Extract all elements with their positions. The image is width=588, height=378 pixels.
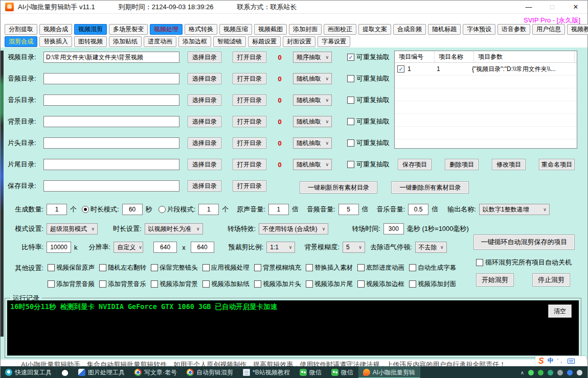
taskbar-item-微信[interactable]: 微信 <box>295 366 327 378</box>
orig-volume-input[interactable] <box>268 204 289 215</box>
open-dir-button[interactable]: 打开目录 <box>233 180 266 192</box>
tab-随机标题[interactable]: 随机标题 <box>428 24 461 35</box>
input-language-icon[interactable]: 中 <box>548 357 554 365</box>
taskbar-item-panda[interactable] <box>57 366 74 378</box>
dir-path-input[interactable] <box>43 116 179 127</box>
option-视频添加片头[interactable]: 视频添加片头 <box>254 280 306 289</box>
select-dir-button[interactable]: 选择目录 <box>188 73 221 84</box>
keyboard-icon[interactable] <box>568 359 575 364</box>
project-table[interactable]: 项目编号项目名称项目参数 ✓11{"视频目录":"D:\\常用文件夹\\... <box>394 51 577 149</box>
option-随机左右翻转[interactable]: 随机左右翻转 <box>99 264 151 272</box>
tab-画面校正[interactable]: 画面校正 <box>324 24 356 35</box>
tray-icon-3[interactable] <box>548 370 553 375</box>
mode-select[interactable]: 超级混剪模式 ∨ <box>47 223 98 234</box>
subtab-图转视频[interactable]: 图转视频 <box>74 36 107 47</box>
option-视频添加封面[interactable]: 视频添加封面 <box>409 280 461 289</box>
option-替换插入素材[interactable]: 替换插入素材 <box>306 264 357 272</box>
audio-volume-input[interactable] <box>338 204 359 215</box>
tab-格式转换[interactable]: 格式转换 <box>185 24 217 35</box>
column-header-2[interactable]: 项目名称 <box>435 51 474 62</box>
pause-remove-select[interactable]: 不去除 ∨ <box>415 242 447 253</box>
repeat-extract-checkbox[interactable]: 可重复抽取 <box>347 96 390 105</box>
column-header-3[interactable]: 项目参数 <box>474 51 575 62</box>
taskbar-item-写文章·老号[interactable]: 写文章·老号 <box>130 366 182 378</box>
repeat-extract-checkbox[interactable]: 可重复抽取 <box>347 138 390 148</box>
segment-input[interactable] <box>198 204 219 215</box>
save-project-button[interactable]: 保存项目 <box>398 159 432 170</box>
punctuation-icon[interactable]: ’， <box>557 357 564 365</box>
tab-字体预设[interactable]: 字体预设 <box>463 24 495 35</box>
transition-select[interactable]: 不使用转场 (合成快) ∨ <box>259 223 328 234</box>
duration-set-select[interactable]: 以视频时长为准 ∨ <box>145 223 203 234</box>
tab-视频截图[interactable]: 视频截图 <box>254 24 287 35</box>
sogou-input-bar[interactable]: S 中 ’， <box>535 356 586 366</box>
blur-select[interactable]: 5 ∨ <box>343 242 365 253</box>
shutdown-option[interactable]: 循环混剪完所有项目自动关机 <box>476 258 572 267</box>
open-dir-button[interactable]: 打开目录 <box>233 116 266 127</box>
delete-all-materials-button[interactable]: 一键删除所有素材目录 <box>391 181 469 194</box>
gen-count-input[interactable] <box>47 204 67 215</box>
open-dir-button[interactable]: 打开目录 <box>233 94 266 106</box>
width-input[interactable] <box>153 242 177 253</box>
tray-icon-2[interactable] <box>538 370 544 375</box>
output-name-select[interactable]: 以数字1整数递增 ∨ <box>479 204 550 215</box>
tray-icon-1[interactable] <box>528 370 534 375</box>
minimize-button[interactable]: — <box>517 1 540 13</box>
option-视频保留原声[interactable]: 视频保留原声 <box>48 264 99 272</box>
repeat-extract-checkbox[interactable]: 可重复抽取 <box>347 74 390 83</box>
subtab-替换插入[interactable]: 替换插入 <box>39 36 72 47</box>
repeat-extract-checkbox[interactable]: 可重复抽取 <box>347 117 390 126</box>
clear-log-button[interactable]: 清空 <box>548 304 572 318</box>
start-mix-button[interactable]: 开始混剪 <box>476 273 514 287</box>
select-dir-button[interactable]: 选择目录 <box>188 159 221 170</box>
select-dir-button[interactable]: 选择目录 <box>188 116 221 127</box>
column-header-1[interactable]: 项目编号 <box>395 51 435 62</box>
select-dir-button[interactable]: 选择目录 <box>188 94 221 106</box>
select-dir-button[interactable]: 选择目录 <box>188 180 221 192</box>
sogou-logo-icon[interactable]: S <box>538 357 544 365</box>
tab-多场景裂变[interactable]: 多场景裂变 <box>109 24 148 35</box>
option-视频添加片尾[interactable]: 视频添加片尾 <box>306 280 357 289</box>
dir-path-input[interactable] <box>43 94 179 106</box>
option-添加背景音乐[interactable]: 添加背景音乐 <box>99 280 151 289</box>
subtab-进度动画[interactable]: 进度动画 <box>144 36 176 47</box>
option-应用视频处理[interactable]: 应用视频处理 <box>202 264 254 272</box>
extract-mode-select[interactable]: 随机抽取∨ <box>293 94 332 106</box>
tab-添加封面[interactable]: 添加封面 <box>289 24 322 35</box>
tab-合成音频[interactable]: 合成音频 <box>393 24 426 35</box>
taskbar-item-自动剪辑混剪[interactable]: 自动剪辑混剪 <box>182 366 238 378</box>
select-dir-button[interactable]: 选择目录 <box>188 137 221 149</box>
taskbar-item-*B站视频教程[interactable]: *B站视频教程 <box>238 366 295 378</box>
height-input[interactable] <box>191 242 214 253</box>
option-背景模糊填充[interactable]: 背景模糊填充 <box>254 264 306 272</box>
dir-path-input[interactable] <box>43 180 179 192</box>
dir-path-input[interactable] <box>43 73 179 84</box>
table-row[interactable]: ✓11{"视频目录":"D:\\常用文件夹\\... <box>395 63 577 76</box>
option-底部进度动画[interactable]: 底部进度动画 <box>357 264 409 272</box>
option-视频添加贴纸[interactable]: 视频添加贴纸 <box>202 280 254 289</box>
taskbar-item-AI小咖批量剪辑[interactable]: AI小咖批量剪辑 <box>358 366 420 378</box>
taskbar-item-微信[interactable]: 微信 <box>327 366 358 378</box>
taskbar-item-快速回复工具[interactable]: 快速回复工具 <box>1 366 57 378</box>
loop-auto-mix-button[interactable]: 一键循环自动混剪保存的项目 <box>473 234 575 250</box>
subtab-封面设置[interactable]: 封面设置 <box>283 36 315 47</box>
option-自动生成字幕[interactable]: 自动生成字幕 <box>409 264 461 272</box>
duration-input[interactable] <box>122 204 143 215</box>
delete-project-button[interactable]: 删除项目 <box>445 159 479 170</box>
tray-icon-6[interactable] <box>577 370 582 375</box>
close-button[interactable]: ✕ <box>564 1 587 13</box>
transition-time-input[interactable] <box>383 223 404 234</box>
tab-视频处理[interactable]: 视频处理 <box>150 24 183 35</box>
extract-mode-select[interactable]: 随机抽取∨ <box>293 116 332 127</box>
dir-path-input[interactable] <box>43 159 179 170</box>
taskbar-item-图片处理工具[interactable]: 图片处理工具 <box>74 366 130 378</box>
maximize-button[interactable]: □ <box>540 1 564 13</box>
tray-icon-4[interactable] <box>557 370 563 375</box>
resolution-select[interactable]: 自定义 ∨ <box>114 242 143 253</box>
tab-视频合成[interactable]: 视频合成 <box>39 24 72 35</box>
extract-mode-select[interactable]: 顺序抽取∨ <box>293 52 332 63</box>
music-volume-input[interactable] <box>408 204 428 215</box>
dir-path-input[interactable] <box>43 52 179 63</box>
tab-视频教程[interactable]: 视频教程 <box>567 24 588 35</box>
subtab-智能滤镜[interactable]: 智能滤镜 <box>213 36 246 47</box>
